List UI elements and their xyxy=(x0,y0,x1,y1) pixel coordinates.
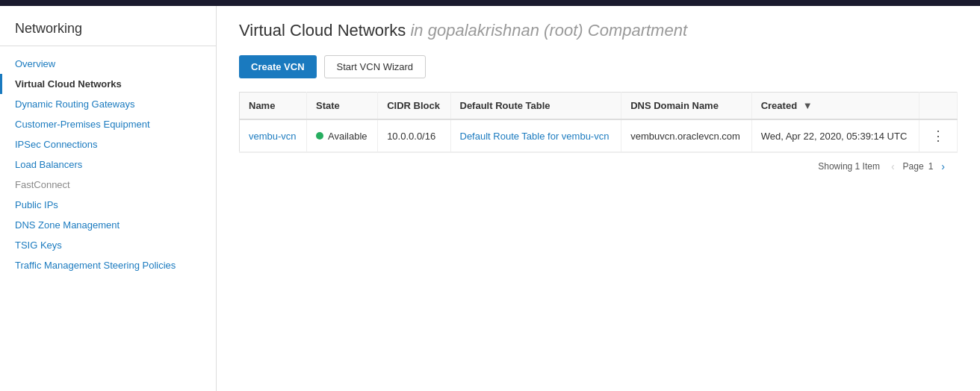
sidebar-item-customer-premises-equipment[interactable]: Customer-Premises Equipment xyxy=(0,114,216,134)
route-table-link[interactable]: Default Route Table for vembu-vcn xyxy=(460,131,610,142)
showing-label: Showing 1 Item xyxy=(818,161,880,172)
status-dot-icon xyxy=(316,132,323,140)
sidebar-item-fastconnect[interactable]: FastConnect xyxy=(0,175,216,195)
row-action-button[interactable]: ⋮ xyxy=(928,128,948,144)
sidebar-title: Networking xyxy=(0,21,216,46)
page-title-suffix: Compartment xyxy=(588,21,687,40)
sidebar-item-overview[interactable]: Overview xyxy=(0,54,216,74)
sidebar-item-dns-zone-management[interactable]: DNS Zone Management xyxy=(0,215,216,235)
main-layout: Networking Overview Virtual Cloud Networ… xyxy=(0,6,980,391)
cell-row-actions: ⋮ xyxy=(919,119,958,152)
col-header-name: Name xyxy=(240,93,307,120)
next-page-button[interactable]: › xyxy=(937,159,949,174)
create-vcn-button[interactable]: Create VCN xyxy=(239,55,317,78)
vcn-name-link[interactable]: vembu-vcn xyxy=(249,131,297,142)
sidebar-item-public-ips[interactable]: Public IPs xyxy=(0,195,216,215)
toolbar: Create VCN Start VCN Wizard xyxy=(239,55,958,78)
col-header-cidr: CIDR Block xyxy=(378,93,450,120)
col-header-state: State xyxy=(307,93,378,120)
sidebar-item-load-balancers[interactable]: Load Balancers xyxy=(0,154,216,175)
cell-cidr: 10.0.0.0/16 xyxy=(378,119,450,152)
page-label: Page xyxy=(903,161,924,172)
top-bar xyxy=(0,0,980,6)
sidebar-item-virtual-cloud-networks[interactable]: Virtual Cloud Networks xyxy=(0,74,216,94)
main-content: Virtual Cloud Networks in gopalakrishnan… xyxy=(217,6,980,391)
page-nav: ‹ Page 1 › xyxy=(887,159,949,174)
page-title: Virtual Cloud Networks in gopalakrishnan… xyxy=(239,21,958,40)
status-label: Available xyxy=(328,131,368,142)
page-title-main: Virtual Cloud Networks xyxy=(239,21,406,40)
col-header-created[interactable]: Created ▼ xyxy=(751,93,919,120)
cell-name: vembu-vcn xyxy=(240,119,307,152)
start-vcn-wizard-button[interactable]: Start VCN Wizard xyxy=(324,55,427,78)
page-number: 1 xyxy=(928,161,934,172)
page-title-compartment: gopalakrishnan (root) xyxy=(428,21,583,40)
vcn-table: Name State CIDR Block Default Route Tabl… xyxy=(239,92,958,152)
sort-arrow-icon: ▼ xyxy=(803,100,813,111)
cell-route-table: Default Route Table for vembu-vcn xyxy=(450,119,621,152)
sidebar-item-ipsec-connections[interactable]: IPSec Connections xyxy=(0,134,216,154)
col-header-route-table: Default Route Table xyxy=(450,93,621,120)
cell-state: Available xyxy=(307,119,378,152)
prev-page-button[interactable]: ‹ xyxy=(887,159,899,174)
col-header-dns: DNS Domain Name xyxy=(621,93,752,120)
page-title-in: in xyxy=(410,21,427,40)
table-footer: Showing 1 Item ‹ Page 1 › xyxy=(239,152,958,180)
cell-dns: vembuvcn.oraclevcn.com xyxy=(621,119,752,152)
cell-created: Wed, Apr 22, 2020, 05:39:14 UTC xyxy=(751,119,919,152)
sidebar-item-traffic-management[interactable]: Traffic Management Steering Policies xyxy=(0,255,216,275)
status-cell: Available xyxy=(316,131,368,142)
table-row: vembu-vcn Available 10.0.0.0/16 Default … xyxy=(240,119,958,152)
sidebar-item-tsig-keys[interactable]: TSIG Keys xyxy=(0,235,216,255)
sidebar: Networking Overview Virtual Cloud Networ… xyxy=(0,6,217,391)
table-header-row: Name State CIDR Block Default Route Tabl… xyxy=(240,93,958,120)
sidebar-item-dynamic-routing-gateways[interactable]: Dynamic Routing Gateways xyxy=(0,94,216,114)
col-header-actions xyxy=(919,93,958,120)
